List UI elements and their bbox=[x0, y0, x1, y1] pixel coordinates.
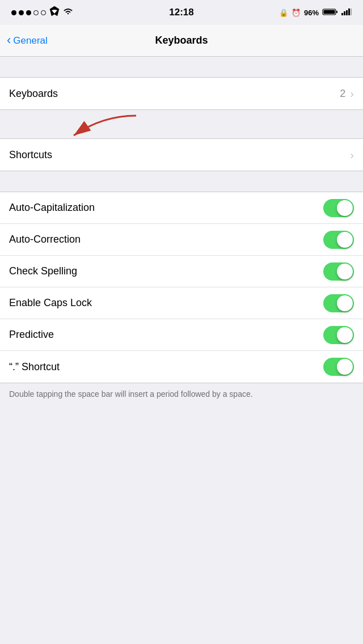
shortcuts-section: Shortcuts › bbox=[0, 138, 363, 171]
footer-note: Double tapping the space bar will insert… bbox=[0, 383, 363, 409]
footer-note-text: Double tapping the space bar will insert… bbox=[9, 389, 253, 399]
toggle-label-1: Auto-Correction bbox=[9, 234, 323, 245]
battery-percent: 96% bbox=[304, 9, 319, 17]
status-right: 🔒 ⏰ 96% bbox=[279, 8, 352, 18]
svg-rect-1 bbox=[324, 10, 335, 14]
battery-icon bbox=[322, 8, 338, 18]
svg-rect-4 bbox=[344, 11, 345, 15]
list-item: Enable Caps Lock bbox=[0, 287, 363, 319]
check-spelling-toggle[interactable] bbox=[323, 262, 354, 281]
dot2 bbox=[19, 10, 24, 15]
shortcuts-row[interactable]: Shortcuts › bbox=[0, 139, 363, 171]
toggle-knob-1 bbox=[337, 232, 353, 248]
carrier-icon bbox=[49, 6, 60, 20]
keyboards-label: Keyboards bbox=[9, 88, 340, 100]
back-chevron-icon: ‹ bbox=[7, 34, 11, 46]
shortcuts-chevron-icon: › bbox=[350, 149, 354, 162]
alarm-icon: ⏰ bbox=[292, 9, 301, 17]
spacer-3 bbox=[0, 171, 363, 192]
nav-bar: ‹ General Keyboards bbox=[0, 25, 363, 57]
caps-lock-toggle[interactable] bbox=[323, 294, 354, 312]
annotation-arrow bbox=[34, 110, 159, 138]
keyboards-value: 2 bbox=[340, 88, 345, 100]
dot5 bbox=[41, 10, 46, 15]
wifi-icon bbox=[63, 7, 73, 18]
status-left bbox=[11, 6, 73, 20]
dot4 bbox=[33, 10, 39, 15]
toggle-knob-3 bbox=[337, 295, 353, 311]
toggle-knob-0 bbox=[337, 200, 353, 216]
toggle-knob-5 bbox=[337, 359, 353, 375]
lock-icon: 🔒 bbox=[279, 9, 288, 17]
list-item: “.” Shortcut bbox=[0, 351, 363, 383]
auto-capitalization-toggle[interactable] bbox=[323, 199, 354, 217]
svg-rect-6 bbox=[348, 9, 350, 15]
signal-bars-icon bbox=[341, 8, 352, 17]
svg-rect-3 bbox=[341, 13, 343, 15]
back-label: General bbox=[13, 35, 47, 46]
list-item: Auto-Capitalization bbox=[0, 192, 363, 224]
dot3 bbox=[26, 10, 31, 15]
auto-correction-toggle[interactable] bbox=[323, 231, 354, 249]
keyboards-section: Keyboards 2 › bbox=[0, 77, 363, 110]
signal-dots bbox=[11, 10, 46, 15]
toggle-label-0: Auto-Capitalization bbox=[9, 202, 323, 214]
keyboards-chevron-icon: › bbox=[350, 87, 354, 100]
toggle-label-3: Enable Caps Lock bbox=[9, 297, 323, 309]
svg-rect-2 bbox=[336, 11, 337, 13]
page-title: Keyboards bbox=[155, 35, 208, 46]
status-time: 12:18 bbox=[169, 7, 193, 18]
toggle-knob-2 bbox=[337, 264, 353, 279]
keyboards-row[interactable]: Keyboards 2 › bbox=[0, 78, 363, 109]
period-shortcut-toggle[interactable] bbox=[323, 358, 354, 376]
toggle-knob-4 bbox=[337, 327, 353, 343]
toggle-label-5: “.” Shortcut bbox=[9, 361, 323, 373]
list-item: Predictive bbox=[0, 319, 363, 351]
back-button[interactable]: ‹ General bbox=[7, 35, 48, 46]
shortcuts-label: Shortcuts bbox=[9, 149, 350, 161]
dot1 bbox=[11, 10, 16, 15]
toggle-label-4: Predictive bbox=[9, 329, 323, 341]
status-bar: 12:18 🔒 ⏰ 96% bbox=[0, 0, 363, 25]
spacer-1 bbox=[0, 57, 363, 77]
toggle-label-2: Check Spelling bbox=[9, 265, 323, 277]
spacer-2 bbox=[0, 110, 363, 138]
list-item: Auto-Correction bbox=[0, 224, 363, 256]
predictive-toggle[interactable] bbox=[323, 326, 354, 344]
toggles-section: Auto-Capitalization Auto-Correction Chec… bbox=[0, 192, 363, 383]
svg-rect-7 bbox=[351, 9, 352, 15]
list-item: Check Spelling bbox=[0, 256, 363, 287]
shortcuts-group: Shortcuts › bbox=[0, 138, 363, 171]
svg-rect-5 bbox=[346, 10, 348, 15]
